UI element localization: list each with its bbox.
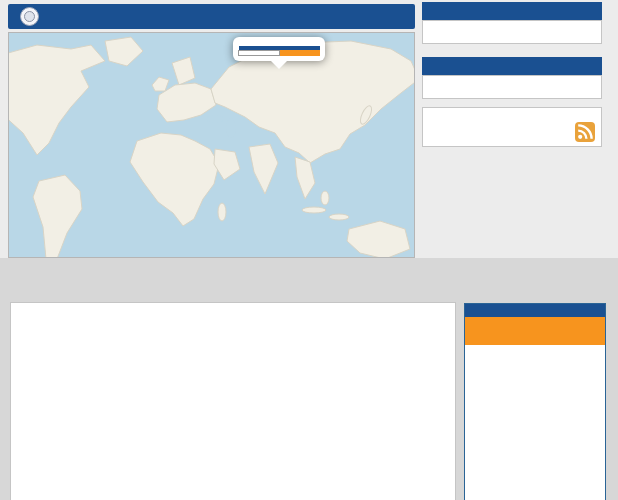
- popup-aqi-value: [279, 51, 320, 56]
- popup-table: [238, 46, 320, 56]
- current-conditions-panel: [464, 303, 606, 500]
- city-select[interactable]: [422, 20, 602, 44]
- parameter-select[interactable]: [422, 75, 602, 99]
- world-aqi-map[interactable]: [8, 32, 415, 258]
- current-conditions-header: [465, 304, 605, 317]
- aqi-bar-chart: [10, 302, 456, 500]
- department-of-state-seal-icon: [20, 7, 39, 26]
- popup-pollutant-value: [239, 51, 280, 56]
- rss-icon[interactable]: [575, 122, 595, 142]
- select-parameter-header: [422, 57, 602, 77]
- world-basemap: [9, 33, 415, 258]
- rss-feed-box: [422, 107, 602, 147]
- health-message-block: [465, 345, 605, 361]
- app-header: [8, 4, 415, 29]
- conditions-aqi-block: [465, 317, 605, 345]
- select-city-header: [422, 2, 602, 22]
- map-popup[interactable]: [233, 37, 325, 61]
